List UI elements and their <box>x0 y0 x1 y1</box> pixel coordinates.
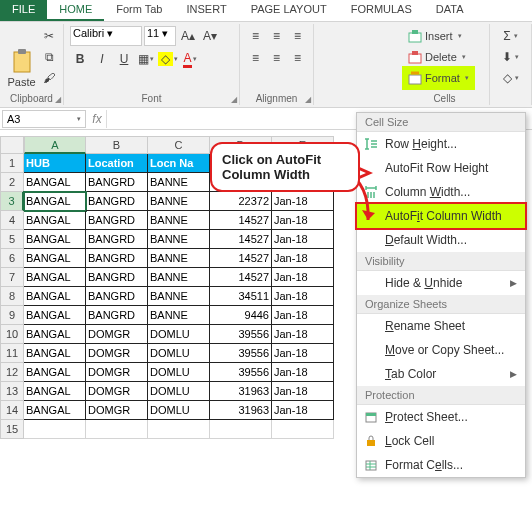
data-cell[interactable]: DOMGR <box>86 344 148 363</box>
row-header[interactable]: 3 <box>0 192 24 211</box>
data-cell[interactable]: Jan-18 <box>272 325 334 344</box>
data-cell[interactable]: Jan-18 <box>272 249 334 268</box>
font-size-select[interactable]: 11 ▾ <box>144 26 176 46</box>
data-cell[interactable]: DOMLU <box>148 382 210 401</box>
menu-default-width[interactable]: Default Width... <box>357 228 525 252</box>
row-header[interactable]: 11 <box>0 344 24 363</box>
menu-autofit-row-height[interactable]: AutoFit Row Height <box>357 156 525 180</box>
data-cell[interactable]: BANGAL <box>24 173 86 192</box>
data-cell[interactable]: Jan-18 <box>272 287 334 306</box>
row-header[interactable]: 13 <box>0 382 24 401</box>
data-cell[interactable]: 34511 <box>210 287 272 306</box>
menu-move-copy-sheet[interactable]: Move or Copy Sheet... <box>357 338 525 362</box>
menu-hide-unhide[interactable]: Hide & Unhide▶ <box>357 271 525 295</box>
header-cell[interactable]: Location <box>86 154 148 173</box>
italic-button[interactable]: I <box>92 49 112 69</box>
data-cell[interactable]: DOMLU <box>148 363 210 382</box>
data-cell[interactable]: Jan-18 <box>272 268 334 287</box>
column-header-B[interactable]: B <box>86 136 148 154</box>
data-cell[interactable]: DOMGR <box>86 363 148 382</box>
align-right-button[interactable]: ≡ <box>288 48 307 68</box>
data-cell[interactable]: BANGRD <box>86 230 148 249</box>
data-cell[interactable]: DOMGR <box>86 401 148 420</box>
data-cell[interactable]: 9446 <box>210 306 272 325</box>
data-cell[interactable]: 39556 <box>210 325 272 344</box>
cut-button[interactable]: ✂ <box>39 26 59 46</box>
row-header[interactable]: 9 <box>0 306 24 325</box>
align-center-button[interactable]: ≡ <box>267 48 286 68</box>
data-cell[interactable]: BANGAL <box>24 211 86 230</box>
data-cell[interactable] <box>272 420 334 439</box>
alignment-dialog-launcher[interactable]: ◢ <box>305 95 311 104</box>
data-cell[interactable]: 22372 <box>210 192 272 211</box>
align-top-button[interactable]: ≡ <box>246 26 265 46</box>
tab-pagelayout[interactable]: PAGE LAYOUT <box>239 0 339 21</box>
row-header[interactable]: 2 <box>0 173 24 192</box>
data-cell[interactable]: Jan-18 <box>272 192 334 211</box>
header-cell[interactable]: Locn Na <box>148 154 210 173</box>
data-cell[interactable]: BANNE <box>148 249 210 268</box>
data-cell[interactable]: Jan-18 <box>272 344 334 363</box>
data-cell[interactable]: 31963 <box>210 382 272 401</box>
data-cell[interactable]: 39556 <box>210 344 272 363</box>
row-header[interactable]: 5 <box>0 230 24 249</box>
data-cell[interactable]: DOMLU <box>148 344 210 363</box>
data-cell[interactable] <box>148 420 210 439</box>
data-cell[interactable]: BANNE <box>148 268 210 287</box>
tab-file[interactable]: FILE <box>0 0 47 21</box>
menu-tab-color[interactable]: Tab Color▶ <box>357 362 525 386</box>
data-cell[interactable]: Jan-18 <box>272 211 334 230</box>
clear-button[interactable]: ◇ <box>496 68 525 88</box>
data-cell[interactable]: BANGRD <box>86 249 148 268</box>
data-cell[interactable]: DOMGR <box>86 382 148 401</box>
data-cell[interactable]: 14527 <box>210 211 272 230</box>
format-painter-button[interactable]: 🖌 <box>39 68 59 88</box>
underline-button[interactable]: U <box>114 49 134 69</box>
data-cell[interactable]: BANNE <box>148 211 210 230</box>
row-header[interactable]: 12 <box>0 363 24 382</box>
row-header[interactable]: 10 <box>0 325 24 344</box>
data-cell[interactable]: Jan-18 <box>272 363 334 382</box>
menu-rename-sheet[interactable]: Rename Sheet <box>357 314 525 338</box>
row-header[interactable]: 1 <box>0 154 24 173</box>
data-cell[interactable]: 14527 <box>210 230 272 249</box>
menu-row-height[interactable]: Row Height... <box>357 132 525 156</box>
data-cell[interactable]: BANNE <box>148 192 210 211</box>
data-cell[interactable]: BANGAL <box>24 382 86 401</box>
data-cell[interactable]: BANGRD <box>86 306 148 325</box>
row-header[interactable]: 14 <box>0 401 24 420</box>
data-cell[interactable]: BANGAL <box>24 192 86 211</box>
align-middle-button[interactable]: ≡ <box>267 26 286 46</box>
menu-lock-cell[interactable]: Lock Cell <box>357 429 525 453</box>
fill-button[interactable]: ⬇ <box>496 47 525 67</box>
data-cell[interactable]: BANGAL <box>24 344 86 363</box>
data-cell[interactable]: 31963 <box>210 401 272 420</box>
data-cell[interactable]: BANGAL <box>24 306 86 325</box>
autosum-button[interactable]: Σ <box>496 26 525 46</box>
font-color-button[interactable]: A <box>180 49 200 69</box>
data-cell[interactable]: DOMLU <box>148 325 210 344</box>
select-all-corner[interactable] <box>0 136 24 154</box>
align-left-button[interactable]: ≡ <box>246 48 265 68</box>
tab-insert[interactable]: INSERT <box>175 0 239 21</box>
data-cell[interactable]: 14527 <box>210 249 272 268</box>
increase-font-button[interactable]: A▴ <box>178 26 198 46</box>
row-header[interactable]: 15 <box>0 420 24 439</box>
menu-autofit-column-width[interactable]: AutoFit Column Width <box>357 204 525 228</box>
column-header-A[interactable]: A <box>24 136 86 154</box>
paste-button[interactable]: Paste <box>4 24 39 90</box>
row-header[interactable]: 8 <box>0 287 24 306</box>
name-box[interactable]: A3▾ <box>2 110 86 128</box>
menu-column-width[interactable]: Column Width... <box>357 180 525 204</box>
data-cell[interactable]: BANGAL <box>24 325 86 344</box>
insert-cells-button[interactable]: Insert▾ <box>404 26 473 46</box>
fill-color-button[interactable]: ◇ <box>158 49 178 69</box>
data-cell[interactable]: 39556 <box>210 363 272 382</box>
copy-button[interactable]: ⧉ <box>39 47 59 67</box>
data-cell[interactable]: Jan-18 <box>272 230 334 249</box>
data-cell[interactable]: BANGRD <box>86 211 148 230</box>
data-cell[interactable]: BANNE <box>148 230 210 249</box>
clipboard-dialog-launcher[interactable]: ◢ <box>55 95 61 104</box>
tab-home[interactable]: HOME <box>47 0 104 21</box>
format-cells-button[interactable]: Format▾ <box>404 68 473 88</box>
